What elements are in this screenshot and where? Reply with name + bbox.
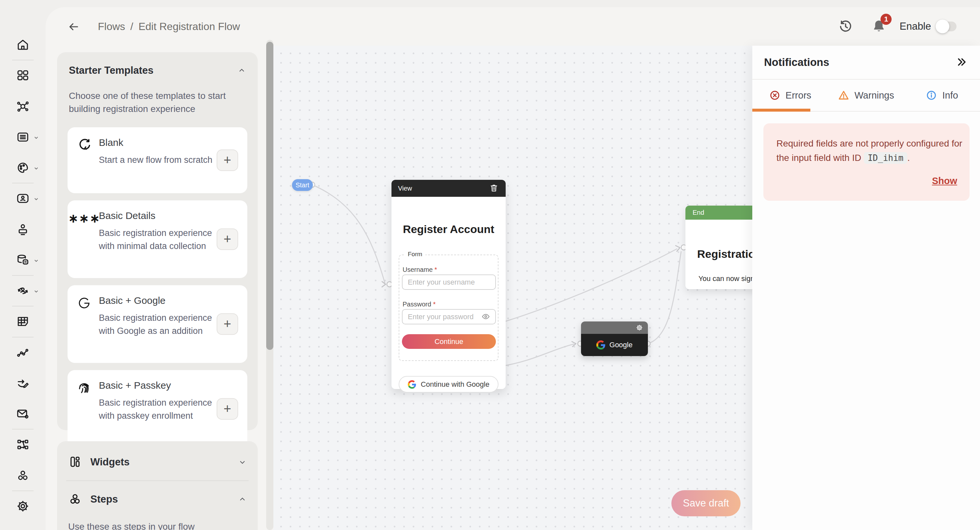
section-divider [66, 481, 248, 481]
view-node-header: View [391, 180, 506, 197]
chevron-down-icon [33, 135, 39, 141]
start-node[interactable]: Start [292, 179, 313, 191]
tab-warnings[interactable]: Warnings [828, 80, 904, 111]
template-description: Start a new flow from scratch [99, 153, 216, 167]
rail-divider [12, 183, 33, 183]
panel-scrollbar-thumb[interactable] [266, 42, 274, 350]
sidebar-item-personal[interactable] [16, 223, 30, 236]
steps-section-header[interactable]: Steps [68, 490, 247, 509]
error-message: Required fields are not properly configu… [776, 137, 964, 165]
google-node-header [581, 322, 648, 334]
error-notification-card: Required fields are not properly configu… [764, 123, 970, 201]
rail-divider [12, 60, 33, 60]
enable-label: Enable [899, 21, 931, 32]
user-sync-icon [16, 284, 30, 298]
view-node-body: Register Account Form Username * Passwor… [391, 197, 506, 389]
chevron-down-icon [33, 288, 39, 294]
sign-edit-icon [16, 376, 30, 390]
info-circle-icon [926, 90, 937, 101]
save-draft-button[interactable]: Save draft [671, 490, 741, 516]
continue-with-google-button[interactable]: Continue with Google [399, 376, 498, 393]
breadcrumb-flows[interactable]: Flows [98, 21, 125, 33]
google-button-label: Continue with Google [421, 380, 489, 389]
back-button[interactable] [66, 19, 81, 35]
sidebar-item-flows[interactable] [16, 100, 30, 113]
sidebar-item-journeys[interactable] [16, 130, 30, 144]
show-error-link[interactable]: Show [932, 175, 957, 186]
google-logo-icon [408, 380, 416, 389]
databases-icon [16, 253, 30, 267]
template-title: Blank [99, 137, 216, 148]
error-field-id: ID_ihim [864, 152, 908, 164]
history-icon [838, 19, 853, 34]
google-action-node[interactable]: Google [581, 322, 648, 356]
enable-toggle[interactable] [937, 22, 956, 31]
sidebar-item-databases[interactable] [16, 253, 30, 267]
breadcrumb-current: Edit Registration Flow [138, 21, 240, 33]
sidebar-item-tables[interactable] [16, 315, 30, 328]
collapse-panel-icon[interactable] [955, 56, 968, 69]
tables-icon [16, 315, 30, 328]
template-title: Basic Details [99, 210, 216, 221]
chevron-up-icon[interactable] [237, 66, 246, 75]
gear-icon[interactable] [635, 324, 643, 331]
sidebar-item-home[interactable] [16, 38, 30, 52]
register-account-title: Register Account [391, 223, 506, 236]
sidebar-item-styles[interactable] [16, 161, 30, 175]
view-node[interactable]: View Register Account Form Username * Pa… [391, 180, 506, 389]
template-description: Basic registration experience with passk… [99, 396, 216, 423]
tab-errors[interactable]: Errors [752, 80, 828, 111]
end-node-header: End [686, 205, 752, 220]
template-card-blank[interactable]: Blank Start a new flow from scratch + [68, 127, 247, 193]
panel-scrollbar-track[interactable] [266, 40, 274, 530]
template-card-basic-passkey[interactable]: Basic + Passkey Basic registration exper… [68, 370, 247, 448]
fingerprint-icon [77, 380, 92, 396]
user-card-icon [16, 192, 30, 205]
chevron-down-icon [33, 258, 39, 264]
template-card-basic-details[interactable]: ∗∗∗ Basic Details Basic registration exp… [68, 201, 247, 278]
sidebar-item-email[interactable] [16, 407, 30, 421]
sidebar-item-sign[interactable] [16, 376, 30, 390]
notifications-tabs: Errors Warnings Info [752, 80, 980, 111]
add-template-button[interactable]: + [216, 313, 238, 335]
history-button[interactable] [838, 19, 853, 34]
starter-templates-title: Starter Templates [69, 65, 154, 76]
end-node-label: End [693, 209, 704, 216]
template-card-basic-google[interactable]: Basic + Google Basic registration experi… [68, 285, 247, 363]
flow-canvas[interactable]: Start View Register Account Form Usernam… [274, 46, 752, 530]
start-node-label: Start [296, 181, 309, 189]
active-tab-indicator [752, 109, 810, 111]
starter-templates-panel: Starter Templates Choose one of these te… [57, 52, 258, 430]
sidebar-item-flow-branch[interactable] [16, 438, 30, 451]
sidebar-item-analytics[interactable] [16, 345, 30, 359]
end-node[interactable]: End Registration Su You can now sign in … [686, 205, 752, 289]
tab-info[interactable]: Info [904, 80, 980, 111]
chevron-down-icon [238, 458, 247, 466]
sidebar-item-apps[interactable] [16, 68, 30, 82]
eye-icon[interactable] [482, 312, 491, 322]
sidebar-item-federation[interactable] [16, 469, 30, 482]
steps-icon [68, 492, 83, 506]
breadcrumb-separator: / [130, 21, 134, 33]
sidebar-item-settings[interactable] [16, 499, 30, 513]
palette-icon [16, 161, 30, 175]
continue-button[interactable]: Continue [402, 334, 496, 349]
widgets-section-header[interactable]: Widgets [68, 452, 247, 472]
journeys-list-icon [16, 130, 30, 144]
steps-label: Steps [91, 493, 238, 505]
add-template-button[interactable]: + [216, 228, 238, 250]
sidebar-item-users[interactable] [16, 192, 30, 205]
flows-branch-icon [16, 438, 30, 451]
sidebar-item-user-sync[interactable] [16, 284, 30, 298]
trash-icon[interactable] [489, 183, 499, 193]
required-asterisk: * [433, 301, 436, 308]
icon-rail [0, 0, 46, 530]
username-input[interactable] [402, 274, 496, 290]
notifications-button[interactable]: 1 [871, 19, 886, 34]
add-template-button[interactable]: + [216, 398, 238, 420]
chevron-down-icon [33, 196, 39, 202]
username-label: Username * [402, 266, 437, 274]
add-template-button[interactable]: + [216, 150, 238, 171]
google-node-label: Google [609, 341, 633, 349]
chevron-up-icon [238, 495, 247, 504]
